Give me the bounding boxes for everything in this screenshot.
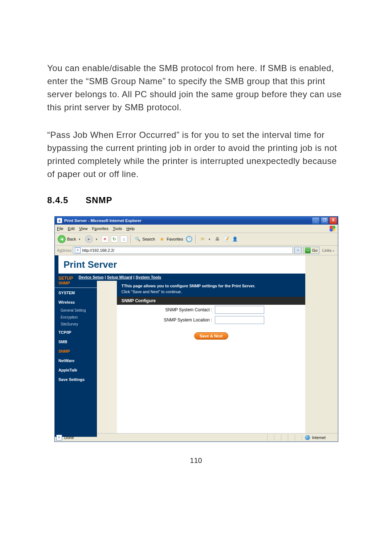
messenger-icon[interactable]: 👤: [232, 236, 238, 242]
sidebar-item-tcpip[interactable]: TCP/IP: [55, 328, 97, 337]
search-icon: 🔍: [134, 236, 141, 242]
paragraph-2: “Pass Job When Error Occurred” is for yo…: [47, 128, 345, 181]
zone-text: Internet: [312, 435, 326, 440]
right-gutter: [305, 255, 338, 433]
heading-number: 8.4.5: [47, 195, 68, 205]
address-label: Address: [57, 248, 72, 253]
snmp-contact-input[interactable]: [215, 306, 264, 314]
chevron-right-icon: »: [333, 249, 334, 253]
tab-system-tools[interactable]: System Tools: [135, 275, 161, 279]
forward-icon: ►: [85, 235, 93, 243]
menu-favorites[interactable]: Favorites: [92, 226, 108, 231]
chevron-down-icon[interactable]: ▼: [94, 238, 98, 241]
sidebar-item-snmp[interactable]: SNMP: [55, 346, 97, 356]
minimize-button[interactable]: _: [312, 217, 320, 224]
sidebar-item-encryption[interactable]: Encryption: [55, 314, 97, 321]
address-input[interactable]: e http://192.168.2.2/: [73, 247, 293, 254]
go-button[interactable]: → Go: [303, 247, 319, 254]
panel-description-2: Click "Save and Next" to continue.: [121, 290, 301, 294]
sidebar-sub: SNMP: [55, 281, 97, 288]
sidebar-item-system[interactable]: SYSTEM: [55, 288, 97, 297]
sidebar-item-sitesurvey[interactable]: SiteSurvey: [55, 321, 97, 328]
close-button[interactable]: X: [329, 217, 337, 224]
page-icon: e: [75, 247, 81, 253]
back-icon: ◄: [58, 235, 66, 243]
menu-edit[interactable]: Edit: [68, 226, 75, 231]
favorites-button[interactable]: ★ Favorites: [158, 235, 184, 243]
tab-device-setup[interactable]: Device Setup: [78, 275, 103, 279]
sidebar-item-appletalk[interactable]: AppleTalk: [55, 365, 97, 375]
windows-flag-icon: [329, 225, 336, 232]
back-button[interactable]: ◄ Back ▼: [57, 234, 82, 244]
menu-help[interactable]: Help: [126, 226, 135, 231]
ie-window: e Print Server - Microsoft Internet Expl…: [54, 216, 338, 442]
page-icon: e: [56, 435, 62, 440]
chevron-down-icon[interactable]: ▼: [77, 238, 81, 241]
panel-description-1: TThis page allows you to configure SNMP …: [121, 284, 255, 288]
address-dropdown-icon[interactable]: v: [294, 247, 302, 254]
titlebar: e Print Server - Microsoft Internet Expl…: [55, 217, 338, 225]
menu-view[interactable]: View: [79, 226, 88, 231]
home-icon[interactable]: ⌂: [120, 235, 127, 243]
menu-tools[interactable]: Tools: [113, 226, 122, 231]
app-logo: Print Server: [58, 259, 117, 270]
status-text: Done: [64, 435, 74, 440]
links-button[interactable]: Links »: [321, 248, 336, 253]
section-heading: 8.4.5 SNMP: [47, 195, 345, 205]
menubar: File Edit View Favorites Tools Help: [55, 225, 338, 233]
paragraph-1: You can enable/disable the SMB protocol …: [47, 62, 345, 114]
sidebar-item-general-setting[interactable]: General Setting: [55, 307, 97, 314]
snmp-contact-label: SNMP System Contact :: [121, 307, 215, 312]
snmp-location-label: SNMP System Location :: [121, 317, 215, 323]
maximize-button[interactable]: ❐: [320, 217, 328, 224]
toolbar: ◄ Back ▼ ► ▼ ✕ ↻ ⌂ 🔍 Search ★ Favorites …: [55, 233, 338, 246]
ie-icon: e: [57, 218, 62, 223]
save-next-button[interactable]: Save & Next: [194, 332, 228, 340]
refresh-icon[interactable]: ↻: [111, 235, 118, 243]
address-bar: Address e http://192.168.2.2/ v → Go Lin…: [55, 246, 338, 255]
star-icon: ★: [159, 236, 165, 242]
window-title: Print Server - Microsoft Internet Explor…: [64, 218, 142, 223]
mail-icon: ✉: [199, 236, 206, 242]
sidebar-item-smb[interactable]: SMB: [55, 337, 97, 346]
stop-icon[interactable]: ✕: [101, 235, 109, 243]
forward-button[interactable]: ► ▼: [84, 234, 99, 244]
print-icon[interactable]: 🖶: [214, 236, 221, 242]
main-panel: Device Setup | Setup Wizard | System Too…: [117, 255, 305, 433]
sidebar-item-wireless[interactable]: Wireless: [55, 297, 97, 307]
mail-button[interactable]: ✉ ▼: [199, 235, 212, 243]
globe-icon: [305, 435, 310, 440]
tab-setup-wizard[interactable]: Setup Wizard: [107, 275, 132, 279]
go-arrow-icon: →: [305, 247, 311, 253]
status-bar: e Done Internet: [55, 433, 338, 442]
sidebar: SETUP SNMP SYSTEM Wireless General Setti…: [55, 274, 97, 437]
url-text: http://192.168.2.2/: [82, 248, 114, 253]
page-number: 110: [47, 456, 345, 465]
snmp-location-input[interactable]: [215, 316, 264, 324]
edit-icon[interactable]: 📝: [223, 236, 229, 242]
history-icon[interactable]: 🕑: [186, 236, 192, 242]
heading-title: SNMP: [86, 195, 112, 205]
chevron-down-icon[interactable]: ▼: [207, 238, 211, 241]
sidebar-item-save-settings[interactable]: Save Settings: [55, 375, 97, 384]
menu-file[interactable]: File: [57, 226, 64, 231]
search-button[interactable]: 🔍 Search: [134, 235, 156, 243]
panel-header: SNMP Configure: [117, 297, 305, 305]
sidebar-item-netware[interactable]: NetWare: [55, 356, 97, 365]
